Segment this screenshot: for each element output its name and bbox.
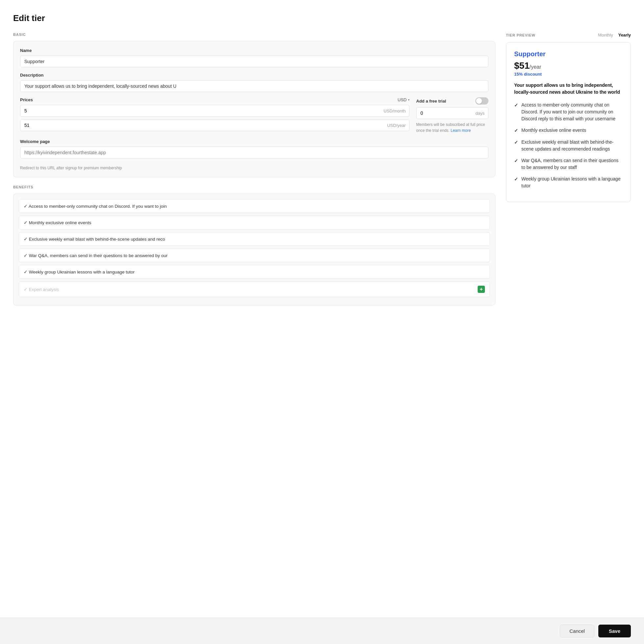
benefit-text-inactive: ✓ Expert analysis	[24, 287, 474, 292]
page-title: Edit tier	[13, 13, 631, 23]
billing-yearly[interactable]: Yearly	[618, 33, 631, 37]
check-icon: ✓	[514, 139, 518, 146]
save-button[interactable]: Save	[598, 625, 631, 637]
preview-benefit-5: ✓ Weekly group Ukrainian lessons with a …	[514, 176, 623, 189]
yearly-suffix: USD/year	[387, 123, 406, 128]
tier-preview-label: TIER PREVIEW	[506, 33, 535, 37]
free-trial-label: Add a free trial	[416, 99, 446, 104]
check-icon: ✓	[514, 157, 518, 164]
trial-note: Members will be subscribed at full price…	[416, 122, 489, 133]
redirect-note: Redirect to this URL after signup for pr…	[20, 166, 489, 170]
free-trial-toggle[interactable]	[475, 97, 489, 105]
benefit-text: ✓ Exclusive weekly email blast with behi…	[24, 236, 485, 242]
billing-monthly[interactable]: Monthly	[598, 33, 613, 37]
benefit-text: ✓ Weekly group Ukrainian lessons with a …	[24, 269, 485, 274]
check-icon: ✓	[514, 127, 518, 134]
yearly-price-input[interactable]	[20, 119, 410, 131]
benefit-item[interactable]: ✓ Monthly exclusive online events	[19, 216, 490, 229]
benefit-item-inactive[interactable]: ✓ Expert analysis +	[19, 281, 490, 297]
description-input[interactable]	[20, 80, 489, 92]
billing-toggle: Monthly Yearly	[598, 33, 631, 37]
footer-bar: Cancel Save	[0, 618, 644, 644]
preview-benefit-4: ✓ War Q&A, members can send in their que…	[514, 157, 623, 171]
check-icon: ✓	[514, 102, 518, 109]
welcome-page-label: Welcome page	[20, 139, 489, 144]
check-icon: ✓	[514, 176, 518, 183]
benefit-item[interactable]: ✓ Exclusive weekly email blast with behi…	[19, 232, 490, 246]
preview-benefit-1: ✓ Access to member-only community chat o…	[514, 102, 623, 122]
description-label: Description	[20, 73, 489, 78]
tier-preview-header: TIER PREVIEW Monthly Yearly	[506, 33, 631, 37]
chevron-down-icon: ▾	[408, 98, 410, 102]
benefits-section-label: BENEFITS	[13, 185, 495, 189]
preview-price: $51/year	[514, 60, 623, 71]
preview-discount: 15% discount	[514, 72, 623, 77]
days-suffix: days	[476, 111, 485, 116]
add-benefit-button[interactable]: +	[478, 286, 485, 293]
name-label: Name	[20, 48, 489, 53]
currency-selector[interactable]: USD ▾	[398, 97, 410, 102]
monthly-price-input[interactable]	[20, 105, 410, 117]
cancel-button[interactable]: Cancel	[560, 625, 594, 637]
basic-card: Name Description Prices USD ▾	[13, 41, 495, 177]
preview-tier-name: Supporter	[514, 50, 623, 58]
benefit-text: ✓ Monthly exclusive online events	[24, 220, 485, 225]
preview-description: Your support allows us to bring independ…	[514, 82, 623, 96]
benefit-item[interactable]: ✓ War Q&A, members can send in their que…	[19, 249, 490, 262]
benefit-text: ✓ War Q&A, members can send in their que…	[24, 253, 485, 258]
prices-label: Prices	[20, 97, 33, 102]
benefit-text: ✓ Access to member-only community chat o…	[24, 203, 485, 209]
benefits-card: ✓ Access to member-only community chat o…	[13, 194, 495, 305]
welcome-page-input[interactable]	[20, 147, 489, 158]
name-input[interactable]	[20, 56, 489, 67]
learn-more-link[interactable]: Learn more	[451, 128, 471, 133]
benefit-item[interactable]: ✓ Weekly group Ukrainian lessons with a …	[19, 265, 490, 279]
benefit-item[interactable]: ✓ Access to member-only community chat o…	[19, 199, 490, 213]
monthly-suffix: USD/month	[384, 108, 406, 113]
preview-benefit-3: ✓ Exclusive weekly email blast with behi…	[514, 139, 623, 153]
preview-benefit-2: ✓ Monthly exclusive online events	[514, 127, 623, 134]
preview-card: Supporter $51/year 15% discount Your sup…	[506, 42, 631, 202]
basic-section-label: BASIC	[13, 33, 495, 36]
